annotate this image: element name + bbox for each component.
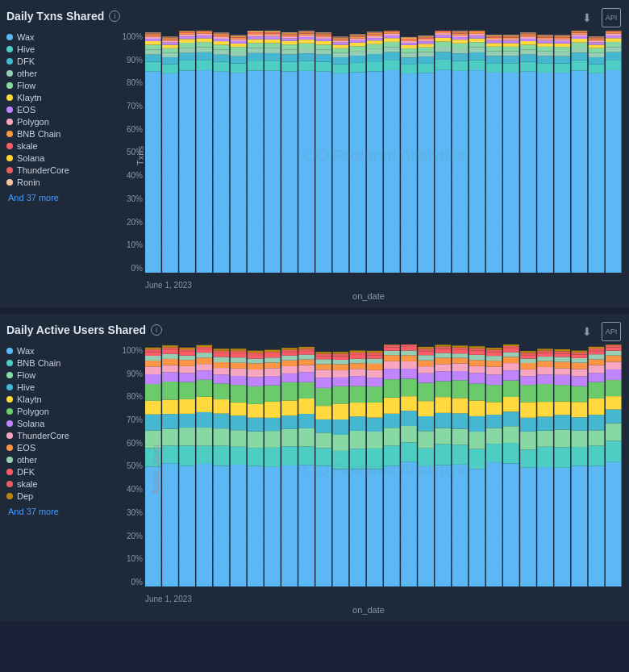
legend-label-solana: Solana <box>17 153 44 163</box>
svg-rect-104 <box>265 53 281 61</box>
svg-rect-180 <box>367 71 383 273</box>
svg-rect-657 <box>486 350 502 353</box>
svg-rect-499 <box>281 356 298 361</box>
svg-rect-637 <box>469 400 485 415</box>
legend-label-hive: Hive <box>17 44 35 54</box>
y-label-30: 30% <box>127 194 143 203</box>
y2-label-60: 60% <box>127 439 143 448</box>
svg-rect-153 <box>315 32 331 33</box>
chart1-info-icon[interactable]: i <box>109 10 120 22</box>
svg-rect-129 <box>298 61 314 70</box>
svg-rect-274 <box>486 52 502 56</box>
chart2-api-icon[interactable]: API <box>602 322 621 341</box>
svg-rect-556 <box>367 449 383 470</box>
svg-rect-46 <box>179 32 195 33</box>
chart2-and-more[interactable]: And 37 more <box>6 507 111 516</box>
svg-rect-159 <box>333 45 349 48</box>
svg-rect-60 <box>196 31 212 31</box>
svg-rect-438 <box>214 466 230 586</box>
svg-rect-651 <box>486 385 502 402</box>
svg-rect-730 <box>589 373 605 382</box>
svg-rect-355 <box>589 43 605 45</box>
svg-rect-460 <box>231 357 247 363</box>
chart1-api-icon[interactable]: API <box>602 8 621 27</box>
legend2-item-flow: Flow <box>6 370 111 380</box>
svg-rect-337 <box>572 61 588 71</box>
svg-rect-186 <box>367 38 383 40</box>
svg-rect-290 <box>503 41 519 44</box>
svg-rect-247 <box>452 53 469 61</box>
svg-rect-700 <box>554 429 570 447</box>
svg-rect-311 <box>537 63 553 73</box>
svg-rect-349 <box>589 73 605 273</box>
svg-rect-699 <box>554 448 570 468</box>
svg-rect-711 <box>572 465 588 586</box>
svg-rect-680 <box>520 363 536 369</box>
y2-label-70: 70% <box>127 415 143 424</box>
svg-rect-97 <box>248 33 264 35</box>
svg-rect-144 <box>315 49 331 54</box>
svg-rect-212 <box>401 43 417 45</box>
svg-rect-83 <box>231 40 247 41</box>
svg-rect-68 <box>214 41 230 45</box>
legend2-dot-other <box>6 457 13 463</box>
legend2-item-eos: EOS <box>6 443 111 453</box>
svg-rect-149 <box>315 35 331 37</box>
svg-rect-354 <box>589 44 605 48</box>
svg-rect-399 <box>162 463 178 586</box>
svg-rect-420 <box>179 360 195 366</box>
svg-rect-314 <box>537 47 553 52</box>
svg-rect-169 <box>350 56 366 63</box>
legend2-item-other: other <box>6 455 111 465</box>
svg-rect-117 <box>281 54 298 61</box>
chart1-download-icon[interactable]: ⬇ <box>577 8 597 27</box>
svg-rect-246 <box>452 61 469 70</box>
chart1-and-more[interactable]: And 37 more <box>6 193 111 202</box>
svg-rect-162 <box>333 40 349 41</box>
legend-label-flow: Flow <box>17 81 35 90</box>
svg-rect-304 <box>520 37 536 39</box>
svg-rect-588 <box>401 361 417 369</box>
svg-rect-118 <box>281 49 298 54</box>
svg-rect-513 <box>298 351 314 354</box>
svg-rect-26 <box>162 57 178 65</box>
svg-rect-233 <box>435 60 451 70</box>
svg-rect-618 <box>435 347 451 349</box>
svg-rect-728 <box>589 399 605 415</box>
svg-rect-583 <box>401 426 417 442</box>
legend-label-ronin: Ronin <box>17 177 40 187</box>
svg-rect-143 <box>315 55 331 62</box>
svg-rect-130 <box>298 53 314 61</box>
svg-rect-481 <box>265 402 281 418</box>
svg-rect-53 <box>196 47 212 52</box>
svg-rect-669 <box>503 349 519 353</box>
svg-rect-743 <box>606 369 622 380</box>
svg-rect-632 <box>452 345 469 347</box>
svg-rect-324 <box>554 64 570 73</box>
svg-rect-261 <box>469 48 485 52</box>
svg-rect-111 <box>265 32 281 33</box>
chart2-top-icons: ⬇ API <box>577 322 621 341</box>
svg-rect-196 <box>384 47 400 52</box>
svg-rect-300 <box>520 50 536 55</box>
svg-rect-643 <box>469 351 485 355</box>
svg-rect-16 <box>145 41 161 45</box>
svg-rect-503 <box>298 465 314 586</box>
svg-rect-748 <box>606 345 622 348</box>
svg-rect-226 <box>418 40 434 41</box>
chart2-download-icon[interactable]: ⬇ <box>577 322 597 341</box>
svg-rect-82 <box>231 41 247 44</box>
svg-rect-30 <box>162 43 178 45</box>
svg-rect-397 <box>145 349 161 352</box>
svg-rect-535 <box>333 378 349 386</box>
legend-dot-hive <box>6 46 13 52</box>
svg-rect-51 <box>196 60 212 70</box>
svg-rect-613 <box>435 371 451 381</box>
svg-rect-488 <box>265 352 281 354</box>
svg-rect-199 <box>384 35 400 38</box>
svg-rect-640 <box>469 366 485 374</box>
svg-rect-405 <box>162 373 178 382</box>
svg-rect-491 <box>281 446 298 465</box>
svg-rect-308 <box>520 33 536 34</box>
chart2-info-icon[interactable]: i <box>151 324 162 336</box>
